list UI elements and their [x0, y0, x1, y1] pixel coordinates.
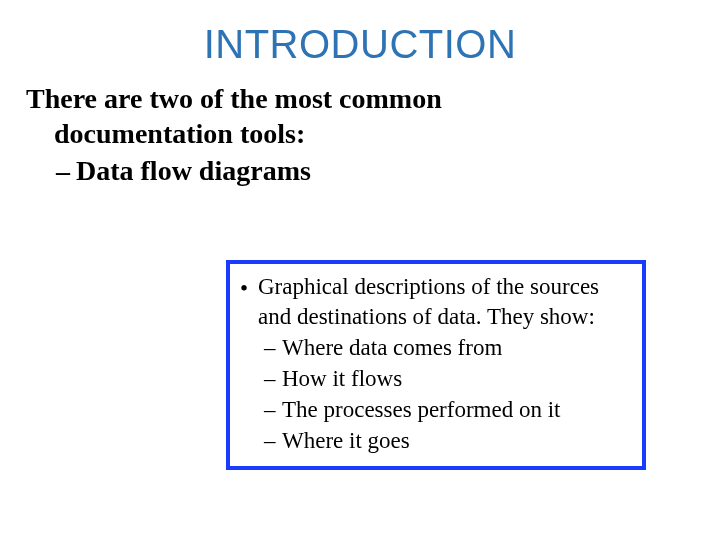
callout-sub-text: How it flows: [282, 363, 630, 394]
intro-line-2: documentation tools:: [26, 116, 698, 151]
dash-icon: –: [264, 394, 282, 425]
bullet-icon: •: [240, 274, 258, 304]
intro-line-1: There are two of the most common: [26, 81, 698, 116]
callout-sub-text: Where data comes from: [282, 332, 630, 363]
dash-icon: –: [264, 363, 282, 394]
sub-bullet-label: Data flow diagrams: [76, 155, 311, 186]
dash-icon: –: [56, 153, 70, 189]
slide-title: INTRODUCTION: [22, 22, 698, 67]
callout-sub-1: – Where data comes from: [264, 332, 630, 363]
intro-text: There are two of the most common documen…: [22, 81, 698, 151]
callout-sub-3: – The processes performed on it: [264, 394, 630, 425]
callout-sub-4: – Where it goes: [264, 425, 630, 456]
dash-icon: –: [264, 425, 282, 456]
callout-bullet: • Graphical descriptions of the sources …: [240, 272, 630, 332]
callout-sub-text: The processes performed on it: [282, 394, 630, 425]
callout-box: • Graphical descriptions of the sources …: [226, 260, 646, 470]
dash-icon: –: [264, 332, 282, 363]
callout-bullet-text: Graphical descriptions of the sources an…: [258, 272, 630, 332]
sub-bullet-data-flow: –Data flow diagrams: [56, 153, 698, 189]
slide: INTRODUCTION There are two of the most c…: [0, 0, 720, 540]
callout-sub-text: Where it goes: [282, 425, 630, 456]
callout-sub-2: – How it flows: [264, 363, 630, 394]
